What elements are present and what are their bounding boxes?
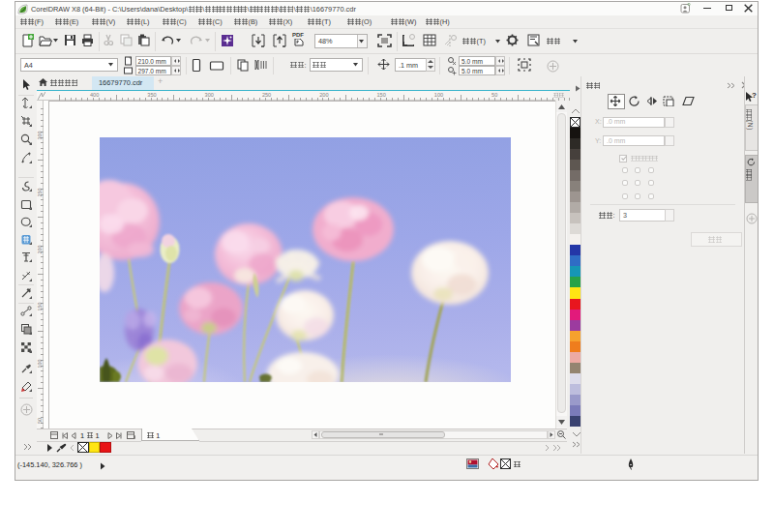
svg-text:?: ? — [752, 91, 757, 100]
